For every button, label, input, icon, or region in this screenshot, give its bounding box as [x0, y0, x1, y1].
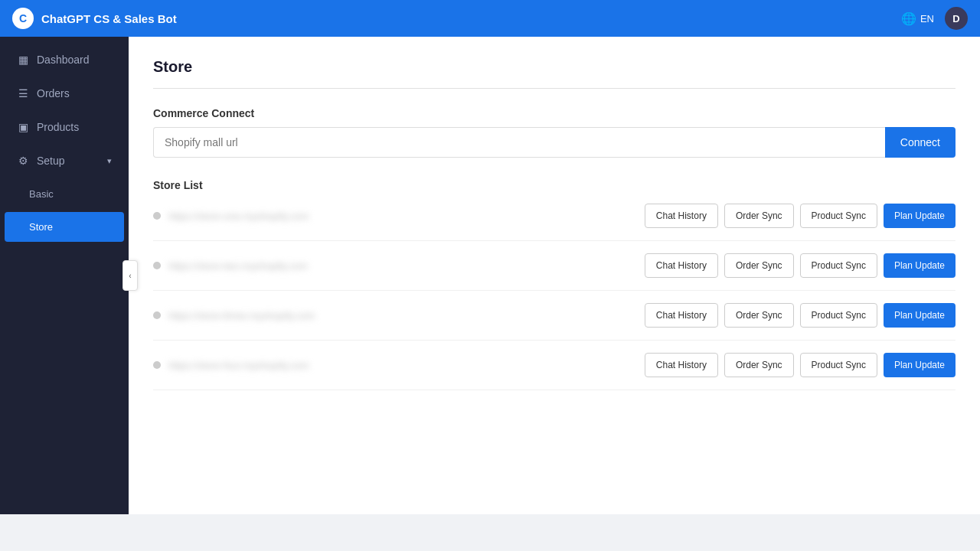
- store-status-dot: [153, 361, 161, 369]
- sidebar-item-dashboard[interactable]: ▦ Dashboard: [5, 44, 124, 75]
- plan-update-button[interactable]: Plan Update: [884, 204, 956, 228]
- product-sync-button[interactable]: Product Sync: [800, 253, 877, 278]
- sidebar-item-label: Orders: [37, 87, 112, 99]
- store-url: https://store-one.myshopify.com: [168, 210, 309, 222]
- store-info: https://store-one.myshopify.com: [153, 210, 309, 222]
- products-icon: ▣: [17, 121, 29, 133]
- store-row: https://store-three.myshopify.comChat Hi…: [153, 291, 956, 341]
- shopify-url-input[interactable]: [153, 127, 885, 158]
- connect-row: Connect: [153, 127, 956, 158]
- chat-history-button[interactable]: Chat History: [645, 253, 718, 278]
- gear-icon: ⚙: [17, 155, 29, 167]
- store-actions: Chat HistoryOrder SyncProduct SyncPlan U…: [645, 353, 956, 377]
- sidebar-item-store[interactable]: Store: [5, 212, 124, 242]
- app-title: ChatGPT CS & Sales Bot: [41, 12, 177, 25]
- bottom-area: [0, 514, 980, 551]
- sidebar-item-label: Store: [29, 221, 112, 233]
- store-info: https://store-three.myshopify.com: [153, 310, 315, 321]
- top-nav: C ChatGPT CS & Sales Bot 🌐 EN D: [0, 0, 980, 37]
- nav-right: 🌐 EN D: [901, 7, 968, 30]
- sidebar-item-label: Products: [37, 121, 112, 133]
- store-list-section: Store List https://store-one.myshopify.c…: [153, 179, 956, 390]
- store-list: https://store-one.myshopify.comChat Hist…: [153, 191, 956, 390]
- sidebar-item-products[interactable]: ▣ Products: [5, 112, 124, 142]
- order-sync-button[interactable]: Order Sync: [724, 353, 794, 377]
- store-status-dot: [153, 262, 161, 269]
- store-status-dot: [153, 311, 161, 319]
- store-info: https://store-two.myshopify.com: [153, 260, 308, 272]
- sidebar-item-orders[interactable]: ☰ Orders: [5, 78, 124, 109]
- chat-history-button[interactable]: Chat History: [645, 204, 718, 228]
- globe-icon: 🌐: [901, 11, 916, 26]
- store-row: https://store-two.myshopify.comChat Hist…: [153, 241, 956, 291]
- main-layout: ▦ Dashboard ☰ Orders ▣ Products ⚙ Setup …: [0, 37, 980, 514]
- plan-update-button[interactable]: Plan Update: [884, 303, 956, 328]
- app-logo: C: [12, 8, 34, 29]
- user-avatar[interactable]: D: [945, 7, 968, 30]
- store-url: https://store-four.myshopify.com: [168, 360, 309, 371]
- store-status-dot: [153, 212, 161, 220]
- chevron-down-icon: ▾: [107, 156, 112, 166]
- chat-history-button[interactable]: Chat History: [645, 303, 718, 328]
- store-list-title: Store List: [153, 179, 956, 191]
- sidebar-item-label: Dashboard: [37, 54, 112, 66]
- dashboard-icon: ▦: [17, 54, 29, 66]
- sidebar-item-label: Setup: [37, 155, 100, 167]
- store-actions: Chat HistoryOrder SyncProduct SyncPlan U…: [645, 303, 956, 328]
- sidebar-item-basic[interactable]: Basic: [5, 179, 124, 209]
- product-sync-button[interactable]: Product Sync: [800, 204, 877, 228]
- store-info: https://store-four.myshopify.com: [153, 360, 309, 371]
- commerce-connect-section: Commerce Connect Connect: [153, 107, 956, 158]
- order-sync-button[interactable]: Order Sync: [724, 303, 794, 328]
- lang-selector[interactable]: 🌐 EN: [901, 11, 934, 26]
- collapse-icon: ‹: [129, 272, 131, 280]
- store-url: https://store-two.myshopify.com: [168, 260, 308, 272]
- store-actions: Chat HistoryOrder SyncProduct SyncPlan U…: [645, 204, 956, 228]
- product-sync-button[interactable]: Product Sync: [800, 353, 877, 377]
- connect-button[interactable]: Connect: [885, 127, 956, 158]
- plan-update-button[interactable]: Plan Update: [884, 353, 956, 377]
- order-sync-button[interactable]: Order Sync: [724, 253, 794, 278]
- store-row: https://store-four.myshopify.comChat His…: [153, 341, 956, 390]
- order-sync-button[interactable]: Order Sync: [724, 204, 794, 228]
- store-row: https://store-one.myshopify.comChat Hist…: [153, 191, 956, 241]
- product-sync-button[interactable]: Product Sync: [800, 303, 877, 328]
- orders-icon: ☰: [17, 87, 29, 99]
- store-url: https://store-three.myshopify.com: [168, 310, 315, 321]
- sidebar-item-setup[interactable]: ⚙ Setup ▾: [5, 145, 124, 176]
- main-content: Store Commerce Connect Connect Store Lis…: [129, 37, 980, 514]
- chat-history-button[interactable]: Chat History: [645, 353, 718, 377]
- sidebar-item-label: Basic: [29, 188, 112, 200]
- collapse-sidebar-button[interactable]: ‹: [122, 260, 138, 291]
- page-title: Store: [153, 58, 956, 89]
- nav-left: C ChatGPT CS & Sales Bot: [12, 8, 177, 29]
- store-actions: Chat HistoryOrder SyncProduct SyncPlan U…: [645, 253, 956, 278]
- plan-update-button[interactable]: Plan Update: [884, 253, 956, 278]
- commerce-connect-title: Commerce Connect: [153, 107, 956, 119]
- sidebar: ▦ Dashboard ☰ Orders ▣ Products ⚙ Setup …: [0, 37, 129, 514]
- lang-label: EN: [920, 13, 934, 24]
